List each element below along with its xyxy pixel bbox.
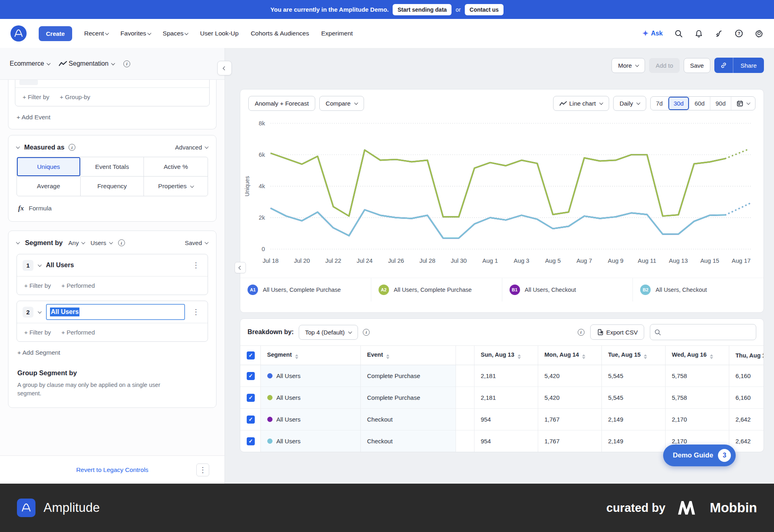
start-sending-data-button[interactable]: Start sending data: [393, 4, 452, 15]
notifications-bell-icon[interactable]: [694, 29, 703, 38]
search-icon[interactable]: [674, 29, 683, 38]
row-checkbox[interactable]: ✓: [247, 372, 255, 380]
option-uniques[interactable]: Uniques: [17, 157, 81, 177]
segment-name[interactable]: All Users: [46, 262, 185, 269]
segment-name-input[interactable]: All Users: [46, 304, 185, 320]
option-properties[interactable]: Properties: [144, 177, 208, 196]
formula-button[interactable]: fx Formula: [8, 196, 216, 221]
sort-icon[interactable]: [582, 354, 585, 359]
sort-icon[interactable]: [295, 354, 298, 359]
range-90d[interactable]: 90d: [710, 97, 731, 110]
legend-item[interactable]: A1All Users, Complete Purchase: [240, 278, 371, 301]
demo-guide-button[interactable]: Demo Guide 3: [663, 445, 736, 466]
info-icon[interactable]: i: [123, 60, 130, 67]
row-checkbox[interactable]: ✓: [247, 394, 255, 402]
export-csv-button[interactable]: Export CSV: [590, 324, 644, 340]
segment-cell[interactable]: All Users: [260, 409, 360, 430]
segment-cell[interactable]: All Users: [260, 387, 360, 409]
segment-filter-by-button[interactable]: + Filter by: [24, 282, 51, 289]
add-event-button[interactable]: + Add Event: [8, 106, 58, 129]
row-checkbox[interactable]: ✓: [247, 416, 255, 424]
nav-item-user-lookup[interactable]: User Look-Up: [200, 30, 239, 37]
legend-item[interactable]: B1All Users, Checkout: [502, 278, 633, 301]
select-all-checkbox[interactable]: ✓: [247, 351, 255, 360]
saved-dropdown[interactable]: Saved: [185, 239, 208, 246]
chevron-down-icon[interactable]: [38, 263, 42, 267]
line-chart-svg[interactable]: 8k6k4k2k0Jul 18Jul 20Jul 22Jul 24Jul 26J…: [243, 114, 756, 274]
segment-cell[interactable]: All Users: [260, 365, 360, 387]
info-icon[interactable]: i: [69, 144, 75, 151]
option-frequency[interactable]: Frequency: [81, 177, 144, 196]
granularity-dropdown[interactable]: Daily: [613, 96, 646, 111]
sort-icon[interactable]: [518, 354, 521, 359]
column-header-aug17[interactable]: Thu, Aug 17: [729, 346, 764, 365]
chevron-down-icon[interactable]: [16, 145, 20, 149]
table-search-box[interactable]: [650, 324, 756, 340]
option-event-totals[interactable]: Event Totals: [81, 157, 144, 177]
contact-us-button[interactable]: Contact us: [465, 4, 504, 15]
option-active-pct[interactable]: Active %: [144, 157, 208, 177]
column-header-aug13[interactable]: Sun, Aug 13: [474, 346, 538, 365]
anomaly-forecast-button[interactable]: Anomaly + Forecast: [248, 96, 315, 111]
column-header-aug15[interactable]: Tue, Aug 15: [601, 346, 665, 365]
event-row[interactable]: + Filter by + Group-by: [15, 80, 210, 106]
event-cell[interactable]: Checkout: [360, 409, 456, 430]
panel-footer-kebab-icon[interactable]: ⋮: [196, 463, 209, 476]
amplitude-logo-icon[interactable]: [10, 25, 27, 42]
column-header-event[interactable]: Event: [360, 346, 456, 365]
copy-link-icon[interactable]: [714, 58, 733, 73]
chevron-down-icon[interactable]: [38, 310, 42, 314]
nav-item-experiment[interactable]: Experiment: [321, 30, 353, 37]
data-connections-icon[interactable]: [714, 29, 723, 38]
info-icon[interactable]: i: [578, 329, 585, 336]
nav-item-cohorts-audiences[interactable]: Cohorts & Audiences: [251, 30, 309, 37]
nav-item-recent[interactable]: Recent: [84, 30, 108, 37]
table-search-input[interactable]: [664, 329, 752, 335]
segment-number-badge[interactable]: 2: [23, 307, 33, 318]
range-30d[interactable]: 30d: [668, 97, 689, 110]
segment-performed-button[interactable]: + Performed: [61, 329, 95, 336]
help-icon[interactable]: ?: [734, 29, 743, 38]
legend-item[interactable]: A2All Users, Complete Purchase: [371, 278, 502, 301]
info-icon[interactable]: i: [118, 239, 125, 246]
share-button[interactable]: Share: [733, 58, 764, 73]
advanced-dropdown[interactable]: Advanced: [175, 144, 208, 151]
segment-number-badge[interactable]: 1: [23, 260, 33, 271]
option-average[interactable]: Average: [17, 177, 81, 196]
segment-filter-by-button[interactable]: + Filter by: [24, 329, 51, 336]
sort-icon[interactable]: [644, 354, 647, 359]
chevron-down-icon[interactable]: [16, 240, 20, 244]
segment-performed-button[interactable]: + Performed: [61, 282, 95, 289]
revert-legacy-link[interactable]: Revert to Legacy Controls: [76, 466, 148, 474]
breakdown-selector[interactable]: Top 4 (Default): [299, 325, 358, 340]
any-dropdown[interactable]: Any: [69, 239, 85, 246]
compare-button[interactable]: Compare: [319, 96, 364, 111]
save-button[interactable]: Save: [684, 58, 710, 73]
event-cell[interactable]: Complete Purchase: [360, 365, 456, 387]
group-by-button[interactable]: + Group-by: [60, 94, 90, 100]
range-60d[interactable]: 60d: [689, 97, 710, 110]
legend-item[interactable]: B2All Users, Checkout: [633, 278, 764, 301]
settings-gear-icon[interactable]: [755, 29, 764, 38]
column-header-aug14[interactable]: Mon, Aug 14: [538, 346, 601, 365]
event-cell[interactable]: Checkout: [360, 430, 456, 452]
filter-by-button[interactable]: + Filter by: [23, 94, 49, 100]
more-button[interactable]: More: [612, 58, 645, 73]
collapse-chart-left-button[interactable]: [235, 262, 246, 273]
row-checkbox[interactable]: ✓: [247, 437, 255, 445]
nav-item-favorites[interactable]: Favorites: [121, 30, 151, 37]
project-selector[interactable]: Ecommerce: [10, 60, 50, 67]
range-7d[interactable]: 7d: [651, 97, 668, 110]
chart-type-selector[interactable]: Segmentation: [59, 60, 114, 67]
column-header-segment[interactable]: Segment: [260, 346, 360, 365]
nav-item-spaces[interactable]: Spaces: [163, 30, 188, 37]
ask-button[interactable]: ✦Ask: [643, 29, 663, 38]
create-button[interactable]: Create: [39, 26, 72, 41]
calendar-picker[interactable]: [731, 97, 755, 110]
chart-type-dropdown[interactable]: Line chart: [553, 96, 609, 111]
sort-icon[interactable]: [386, 354, 389, 359]
sort-icon[interactable]: [710, 354, 713, 359]
collapse-panel-button[interactable]: [217, 61, 232, 75]
segment-cell[interactable]: All Users: [260, 430, 360, 452]
column-header-aug16[interactable]: Wed, Aug 16: [665, 346, 729, 365]
